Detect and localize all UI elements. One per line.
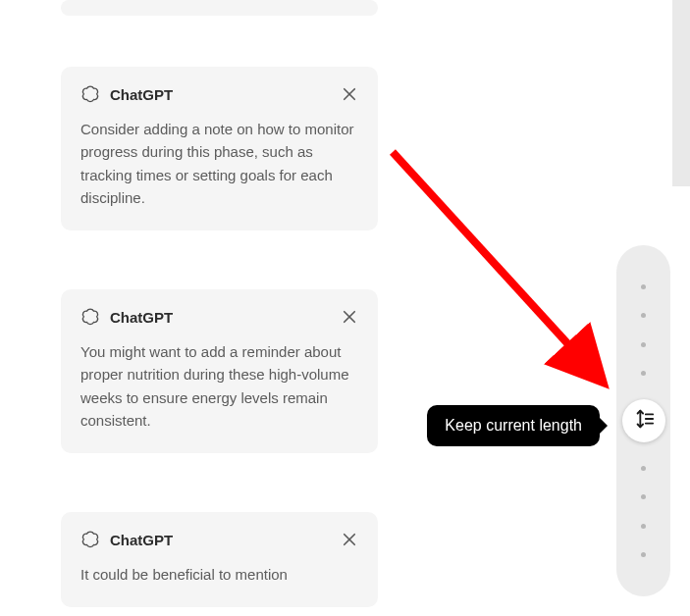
card-body: You might want to add a reminder about p… [80,340,358,432]
close-icon[interactable] [341,531,358,548]
suggestion-card-partial [61,0,378,16]
length-slider[interactable] [616,245,670,596]
suggestion-card[interactable]: ChatGPT It could be beneficial to mentio… [61,512,378,607]
side-panel-edge [672,0,690,186]
card-header: ChatGPT [80,530,358,549]
slider-knob[interactable] [622,399,665,442]
card-header: ChatGPT [80,307,358,327]
slider-tooltip: Keep current length [427,405,600,446]
slider-tick[interactable] [641,313,646,318]
chatgpt-logo-icon [80,530,100,549]
card-author: ChatGPT [110,532,341,548]
suggestion-cards-column: ChatGPT Consider adding a note on how to… [61,0,378,607]
length-adjust-icon [633,408,655,434]
card-body: Consider adding a note on how to monitor… [80,118,358,209]
card-author: ChatGPT [110,86,341,103]
chatgpt-logo-icon [80,307,100,327]
slider-tick[interactable] [641,466,646,471]
slider-tick[interactable] [641,494,646,499]
suggestion-card[interactable]: ChatGPT Consider adding a note on how to… [61,67,378,231]
chatgpt-logo-icon [80,84,100,104]
slider-tick[interactable] [641,371,646,376]
slider-tick[interactable] [641,342,646,347]
card-header: ChatGPT [80,84,358,104]
close-icon[interactable] [341,308,358,326]
slider-tick[interactable] [641,524,646,529]
slider-tick[interactable] [641,552,646,557]
slider-tick[interactable] [641,284,646,289]
suggestion-card[interactable]: ChatGPT You might want to add a reminder… [61,289,378,453]
card-body: It could be beneficial to mention [80,563,358,586]
svg-line-11 [393,152,599,378]
card-author: ChatGPT [110,309,341,326]
close-icon[interactable] [341,85,358,103]
